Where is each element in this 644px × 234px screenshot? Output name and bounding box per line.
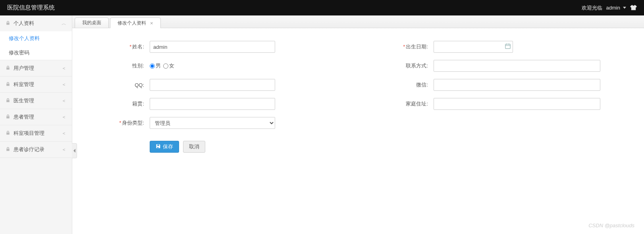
sidebar-collapse-handle[interactable]	[72, 143, 77, 158]
form-row-name: *姓名:	[92, 41, 316, 53]
lock-icon	[6, 130, 10, 136]
name-input[interactable]	[150, 41, 275, 53]
nav-group-label: 科室项目管理	[13, 130, 44, 137]
contact-input[interactable]	[434, 60, 600, 72]
contact-label: 联系方式:	[406, 63, 428, 69]
sidebar: 个人资料︿修改个人资料修改密码用户管理＜科室管理＜医生管理＜患者管理＜科室项目管…	[0, 15, 72, 234]
gender-female-option[interactable]: 女	[163, 62, 174, 69]
nav-sub-item[interactable]: 修改个人资料	[0, 31, 72, 46]
gender-female-radio[interactable]	[163, 63, 168, 69]
chevron-left-icon: ＜	[62, 65, 66, 72]
chevron-down-icon	[623, 7, 626, 9]
identity-select[interactable]: 管理员	[150, 117, 275, 129]
nav-group-label: 医生管理	[13, 97, 34, 104]
nav-group-header[interactable]: 科室管理＜	[0, 77, 72, 92]
lock-icon	[6, 21, 10, 27]
chevron-left-icon: ＜	[62, 114, 66, 121]
origin-input[interactable]	[150, 98, 275, 110]
lock-icon	[6, 82, 10, 88]
gender-male-option[interactable]: 男	[150, 62, 161, 69]
nav-group-header[interactable]: 个人资料︿	[0, 15, 72, 31]
nav-group-label: 个人资料	[13, 20, 34, 27]
name-label: 姓名:	[132, 44, 144, 50]
form-row-identity: *身份类型: 管理员	[92, 117, 316, 129]
watermark: CSDN @pastclouds	[588, 222, 634, 228]
chevron-left-icon: ＜	[62, 130, 66, 137]
wechat-label: 微信:	[416, 82, 428, 88]
close-icon[interactable]: ×	[150, 21, 153, 26]
save-icon	[156, 144, 161, 150]
wechat-input[interactable]	[434, 79, 600, 91]
birthdate-label: 出生日期:	[406, 44, 428, 50]
nav-group-header[interactable]: 科室项目管理＜	[0, 125, 72, 141]
cancel-button[interactable]: 取消	[183, 141, 205, 153]
form-row-origin: 籍贯:	[92, 98, 316, 110]
nav-group-header[interactable]: 患者管理＜	[0, 109, 72, 125]
gender-label: 性别:	[132, 63, 144, 69]
origin-label: 籍贯:	[132, 101, 144, 107]
chevron-up-icon: ︿	[62, 20, 66, 27]
username-label: admin	[606, 5, 620, 11]
main-area: 我的桌面修改个人资料× *姓名: *出生日期:	[72, 15, 644, 234]
tab[interactable]: 我的桌面	[75, 17, 109, 28]
lock-icon	[6, 114, 10, 120]
address-input[interactable]	[434, 98, 600, 110]
form-row-address: 家庭住址:	[376, 98, 600, 110]
nav-group-label: 患者诊疗记录	[13, 146, 44, 153]
header-right: 欢迎光临 admin	[582, 4, 637, 12]
nav-group-label: 科室管理	[13, 81, 34, 88]
form-row-wechat: 微信:	[376, 79, 600, 91]
user-dropdown[interactable]: admin	[606, 5, 626, 11]
chevron-left-icon: ＜	[62, 146, 66, 153]
form-row-birthdate: *出生日期:	[376, 41, 600, 53]
welcome-text: 欢迎光临	[582, 4, 602, 12]
nav-group-header[interactable]: 医生管理＜	[0, 93, 72, 109]
identity-label: 身份类型:	[122, 120, 144, 126]
form-row-contact: 联系方式:	[376, 60, 600, 72]
lock-icon	[6, 98, 10, 104]
nav-sub-item[interactable]: 修改密码	[0, 46, 72, 60]
form-row-gender: 性别: 男 女	[92, 60, 316, 72]
nav-group-header[interactable]: 用户管理＜	[0, 60, 72, 76]
lock-icon	[6, 147, 10, 153]
address-label: 家庭住址:	[406, 101, 428, 107]
lock-icon	[6, 65, 10, 71]
app-title: 医院信息管理系统	[7, 4, 55, 12]
nav-group-label: 患者管理	[13, 113, 34, 121]
chevron-left-icon: ＜	[62, 81, 66, 88]
chevron-left-icon: ＜	[62, 98, 66, 104]
qq-label: QQ:	[135, 82, 144, 88]
nav-group-header[interactable]: 患者诊疗记录＜	[0, 142, 72, 157]
qq-input[interactable]	[150, 79, 275, 91]
save-button[interactable]: 保存	[150, 141, 179, 153]
tab-label: 修改个人资料	[118, 20, 146, 27]
gender-male-radio[interactable]	[150, 63, 155, 69]
form-actions: 保存 取消	[92, 141, 316, 153]
tab[interactable]: 修改个人资料×	[110, 17, 161, 28]
nav-group-label: 用户管理	[13, 65, 34, 72]
content-area: *姓名: *出生日期:	[72, 28, 644, 234]
tab-bar: 我的桌面修改个人资料×	[72, 15, 644, 28]
tab-label: 我的桌面	[82, 19, 101, 26]
app-header: 医院信息管理系统 欢迎光临 admin	[0, 0, 644, 15]
birthdate-input[interactable]	[434, 41, 513, 53]
form-row-qq: QQ:	[92, 79, 316, 91]
theme-icon[interactable]	[630, 4, 637, 12]
